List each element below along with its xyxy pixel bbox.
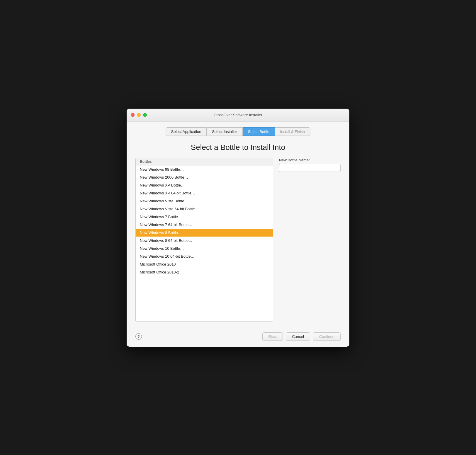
bottle-list-container: Bottles New Windows 98 Bottle… New Windo… [135,158,273,322]
list-item-selected[interactable]: New Windows 8 Bottle… [136,229,273,237]
content-area: Select Application Select Installer Sele… [127,122,349,329]
list-item[interactable]: New Windows XP Bottle… [136,181,273,189]
new-bottle-name-label: New Bottle Name: [279,158,341,162]
help-button[interactable]: ? [135,333,142,340]
side-panel: New Bottle Name: [279,158,341,322]
list-item[interactable]: New Windows Vista Bottle… [136,197,273,205]
list-item[interactable]: New Windows 2000 Bottle… [136,173,273,181]
step-select-installer[interactable]: Select Installer [207,127,242,136]
main-window: CrossOver Software Installer Select Appl… [127,109,349,347]
list-item[interactable]: New Windows 10 64-bit Bottle… [136,252,273,260]
step-select-application[interactable]: Select Application [166,127,207,136]
steps-nav: Select Application Select Installer Sele… [135,127,341,136]
maximize-button[interactable] [143,113,147,117]
new-bottle-name-input[interactable] [279,164,341,172]
step-select-bottle[interactable]: Select Bottle [243,127,275,136]
bottles-header: Bottles [136,158,273,165]
titlebar: CrossOver Software Installer [127,109,349,122]
list-item[interactable]: New Windows Vista 64-bit Bottle… [136,205,273,213]
bottle-list: New Windows 98 Bottle… New Windows 2000 … [136,165,273,276]
window-title: CrossOver Software Installer [214,113,262,117]
list-item[interactable]: New Windows 7 64-bit Bottle… [136,221,273,229]
main-area: Bottles New Windows 98 Bottle… New Windo… [135,158,341,322]
list-item[interactable]: Microsoft Office 2010 [136,260,273,268]
continue-button[interactable]: Continue [313,332,341,341]
bottom-bar: ? Eject Cancel Continue [127,329,349,347]
list-item[interactable]: New Windows 7 Bottle… [136,213,273,221]
step-install-finish[interactable]: Install & Finish [275,127,311,136]
traffic-lights [131,113,147,117]
list-item[interactable]: New Windows 10 Bottle… [136,244,273,252]
close-button[interactable] [131,113,135,117]
page-title: Select a Bottle to Install Into [135,143,341,152]
cancel-button[interactable]: Cancel [286,332,310,341]
eject-button[interactable]: Eject [262,332,283,341]
list-item[interactable]: New Windows 98 Bottle… [136,165,273,173]
bottom-right-buttons: Eject Cancel Continue [262,332,341,341]
list-item[interactable]: New Windows XP 64-bit Bottle… [136,189,273,197]
list-item[interactable]: New Windows 8 64-bit Bottle… [136,237,273,244]
minimize-button[interactable] [137,113,141,117]
list-item[interactable]: Microsoft Office 2010-2 [136,268,273,276]
